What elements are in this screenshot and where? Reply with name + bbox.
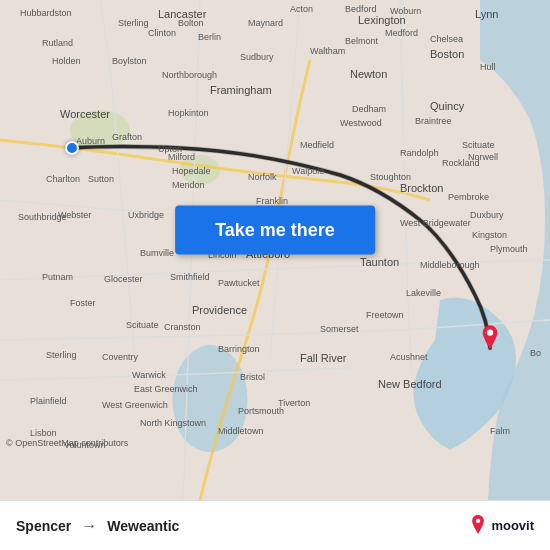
svg-point-3: [476, 518, 480, 522]
to-label: Weweantic: [107, 518, 179, 534]
moovit-text: moovit: [491, 518, 534, 533]
take-me-there-button[interactable]: Take me there: [175, 206, 375, 255]
moovit-logo[interactable]: moovit: [469, 515, 534, 537]
arrow-icon: →: [81, 517, 97, 535]
svg-point-2: [487, 329, 493, 335]
map-container: HubbardstonLancasterActonBedfordWoburnLe…: [0, 0, 550, 500]
svg-point-1: [180, 155, 220, 185]
end-marker: [479, 325, 501, 357]
start-marker: [65, 141, 79, 155]
map-attribution: © OpenStreetMap contributors: [0, 436, 550, 450]
bottom-bar: Spencer → Weweantic moovit: [0, 500, 550, 550]
from-label: Spencer: [16, 518, 71, 534]
moovit-pin-icon: [469, 515, 487, 537]
svg-point-0: [70, 110, 130, 150]
